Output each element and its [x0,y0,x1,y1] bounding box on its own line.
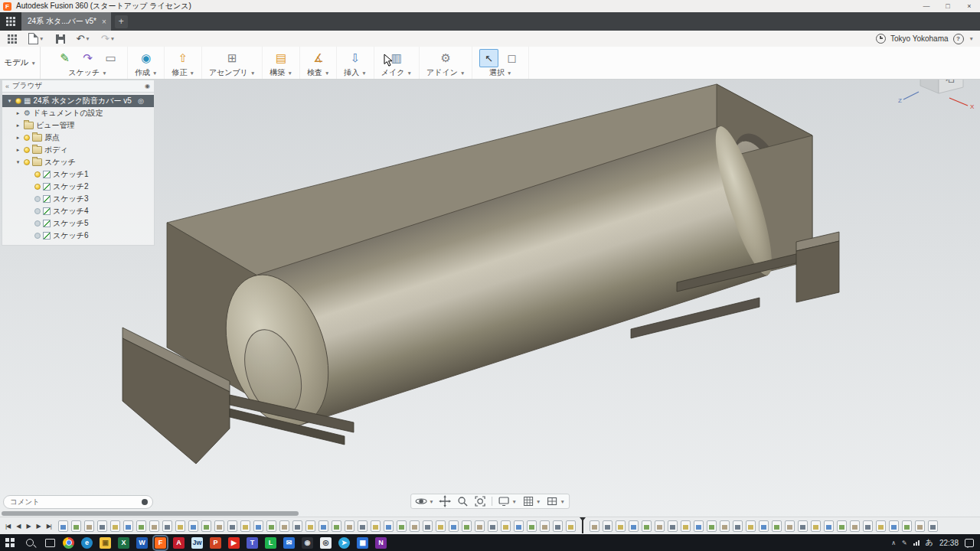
browser-item-sketch2[interactable]: スケッチ2 [2,181,154,193]
clock-time[interactable]: 22:38 [939,539,959,547]
timeline-feature-icon[interactable] [889,520,899,532]
timeline-feature-icon[interactable] [928,520,938,532]
timeline-feature-icon[interactable] [876,520,886,532]
timeline-feature-icon[interactable] [837,520,847,532]
timeline-feature-icon[interactable] [110,520,120,532]
visibility-bulb-icon[interactable] [34,171,41,178]
taskbar-mail[interactable]: ✉ [283,537,295,549]
browser-root-component[interactable]: ▾ ▦ 24系 水タンク防音カバー v5 ◎ [2,95,154,107]
timeline-feature-icon[interactable] [305,520,315,532]
step-back[interactable]: ◀ [14,522,22,530]
taskbar-edge[interactable]: e [81,537,93,549]
panel-options-icon[interactable]: ◉ [145,83,150,90]
timeline-feature-icon[interactable] [915,520,925,532]
new-tab-button[interactable]: + [115,15,128,28]
workspace-switcher[interactable]: モデル▼ [0,47,41,79]
timeline-feature-icon[interactable] [642,520,652,532]
make-icon[interactable]: ▥ [387,49,406,67]
measure-icon[interactable]: ∡ [309,49,328,67]
timeline-feature-icon[interactable] [188,520,198,532]
browser-item-sketch3[interactable]: スケッチ3 [2,193,154,205]
file-menu-button[interactable]: ▼ [24,33,44,44]
taskbar-chrome[interactable] [63,537,74,549]
finish-sketch-icon[interactable]: ▭ [101,49,120,67]
display-settings[interactable]: ▼ [498,495,517,507]
press-pull-icon[interactable]: ⇧ [174,49,193,67]
timeline-feature-icon[interactable] [371,520,381,532]
construction-plane-icon[interactable]: ▤ [272,49,291,67]
maximize-button[interactable]: □ [937,0,959,12]
selection-window-icon[interactable]: ◻ [502,49,521,67]
taskbar-acrobat[interactable]: A [173,537,185,549]
timeline-feature-icon[interactable] [772,520,782,532]
minimize-button[interactable]: — [916,0,937,12]
taskbar-youtube[interactable]: ▶ [228,537,240,549]
taskbar-fusion-360[interactable]: F [155,537,166,549]
timeline-feature-icon[interactable] [603,520,612,532]
taskbar-onenote[interactable]: N [375,537,387,549]
grid-and-snaps[interactable]: ▼ [522,495,541,507]
toolbar-group-label[interactable]: メイク▼ [381,67,412,78]
toolbar-group-label[interactable]: 検査▼ [307,67,329,78]
taskbar-jw-cad[interactable]: Jw [191,537,203,549]
taskbar-explorer[interactable]: ▣ [100,537,111,549]
expand-toggle-icon[interactable]: ▸ [15,122,21,129]
expand-toggle-icon[interactable]: ▸ [15,110,21,116]
timeline-feature-icon[interactable] [811,520,821,532]
toolbar-group-label[interactable]: 選択▼ [489,67,511,78]
timeline-feature-icon[interactable] [201,520,211,532]
timeline-feature-icon[interactable] [240,520,250,532]
include-3d-geometry-icon[interactable]: ↷ [78,49,97,67]
create-sketch-icon[interactable]: ✎ [55,49,74,67]
visibility-bulb-icon[interactable] [34,233,41,239]
timeline-feature-icon[interactable] [540,520,550,532]
timeline-feature-icon[interactable] [292,520,302,532]
browser-item-document-settings[interactable]: ▸ ⚙ ドキュメントの設定 [2,107,154,119]
timeline-feature-icon[interactable] [566,520,576,532]
timeline-feature-icon[interactable] [720,520,730,532]
multiple-views[interactable]: ▼ [546,495,564,507]
timeline-feature-icon[interactable] [266,520,276,532]
zoom-tool[interactable] [457,495,469,507]
timeline-feature-icon[interactable] [71,520,81,532]
timeline-feature-icon[interactable] [384,520,394,532]
pen-icon[interactable]: ✎ [902,540,907,546]
network-icon[interactable] [913,540,920,546]
visibility-bulb-icon[interactable] [34,184,41,190]
timeline-feature-icon[interactable] [514,520,524,532]
pan-tool[interactable] [439,495,452,507]
timeline-feature-icon[interactable] [345,520,354,532]
expand-toggle-icon[interactable]: ▾ [6,98,13,104]
browser-item-sketches-folder[interactable]: ▾ スケッチ [2,156,154,168]
timeline-feature-icon[interactable] [214,520,224,532]
toolbar-group-label[interactable]: 作成▼ [135,67,157,78]
timeline-feature-icon[interactable] [318,520,328,532]
browser-item-sketch6[interactable]: スケッチ6 [2,230,154,242]
expand-toggle-icon[interactable]: ▸ [15,135,21,141]
timeline-feature-icon[interactable] [668,520,678,532]
timeline-feature-icon[interactable] [149,520,159,532]
toolbar-group-label[interactable]: アドイン▼ [426,67,465,78]
timeline-feature-icon[interactable] [850,520,860,532]
toolbar-group-label[interactable]: スケッチ▼ [68,67,106,78]
timeline-feature-icon[interactable] [681,520,691,532]
undo-button[interactable]: ↶▼ [68,33,90,44]
comment-box[interactable]: コメント [3,495,153,509]
go-to-end[interactable]: ▶| [44,522,54,530]
taskbar-search-button[interactable] [20,534,40,551]
timeline-feature-icon[interactable] [759,520,769,532]
job-status-icon[interactable] [876,34,886,44]
timeline-feature-icon[interactable] [279,520,289,532]
timeline-feature-icon[interactable] [162,520,172,532]
toolbar-group-label[interactable]: 挿入▼ [344,67,366,78]
browser-item-named-views[interactable]: ▸ ビュー管理 [2,119,154,132]
expand-toggle-icon[interactable]: ▸ [15,147,21,153]
browser-item-sketch4[interactable]: スケッチ4 [2,205,154,217]
timeline-feature-icon[interactable] [501,520,511,532]
timeline-feature-icon[interactable] [616,520,626,532]
step-forward[interactable]: ▶ [34,522,43,530]
timeline-feature-icon[interactable] [97,520,107,532]
timeline-feature-icon[interactable] [629,520,639,532]
toolbar-group-label[interactable]: 構築▼ [270,67,292,78]
insert-icon[interactable]: ⇩ [346,49,365,67]
